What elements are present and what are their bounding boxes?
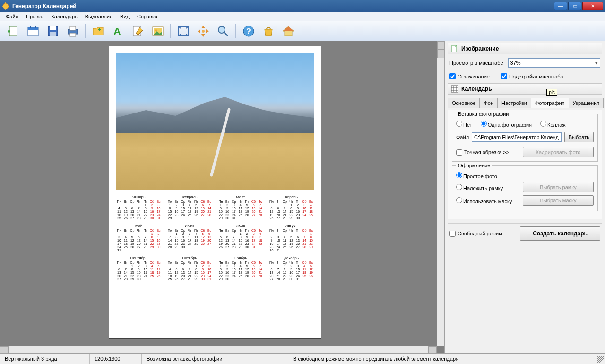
page-icon [451,45,458,52]
save-icon [46,25,60,38]
image-icon [151,25,164,38]
window-controls: — ▭ ✕ [554,2,603,10]
crop-button[interactable]: Кадрировать фото [523,147,594,157]
calendar-icon [26,25,40,38]
menu-help[interactable]: Справка [133,13,161,20]
svg-point-20 [155,29,157,31]
tab-background[interactable]: Фон [479,98,498,108]
free-mode-checkbox[interactable]: Свободный режим [449,231,502,237]
image-button[interactable] [148,23,167,40]
tab-decorations[interactable]: Украшения [569,98,604,108]
new-icon [7,25,20,38]
svg-rect-5 [9,26,17,36]
tab-settings[interactable]: Настройки [497,98,531,108]
svg-text:A: A [113,26,121,37]
style-group-title: Оформление [456,163,492,168]
radio-apply-frame[interactable]: Наложить рамку [456,184,503,191]
zoom-label: Просмотр в масштабе [449,60,503,66]
svg-line-24 [224,32,228,36]
text-icon: A [112,25,125,38]
calendar-section-header: Календарь [448,83,602,95]
pic-tooltip: pic [546,89,557,96]
menu-file[interactable]: Файл [2,13,22,20]
shop-button[interactable] [259,23,278,40]
edit-icon [131,25,145,38]
menu-bar: Файл Правка Календарь Выделение Вид Спра… [0,12,605,21]
style-group: Оформление Простое фото Наложить рамку В… [452,165,598,211]
calendar-photo [116,53,314,190]
title-bar: Генератор Календарей — ▭ ✕ [0,0,605,12]
file-path-input[interactable] [472,132,562,142]
menu-view[interactable]: Вид [116,13,133,20]
menu-selection[interactable]: Выделение [81,13,116,20]
status-size: 1200x1600 [90,354,142,364]
print-button[interactable] [63,23,82,40]
svg-rect-7 [28,27,38,30]
toolbar: A ? [0,21,605,41]
close-button[interactable]: ✕ [582,2,603,10]
svg-rect-12 [50,32,56,36]
svg-point-0 [3,3,9,9]
antialias-checkbox[interactable]: Сглаживание [449,73,490,79]
file-label: Файл [456,134,469,140]
choose-mask-button[interactable]: Выбрать маску [523,195,594,206]
status-free-hint: В свободном режиме можно передвигать люб… [288,354,605,364]
browse-button[interactable]: Выбрать [564,132,594,142]
calendar-grid: ЯнварьПнВтСрЧтПтСбВс12345678910111213141… [116,195,314,281]
calendar-tool-button[interactable] [24,23,43,40]
help-icon: ? [242,25,255,38]
canvas-area[interactable]: ЯнварьПнВтСрЧтПтСбВс12345678910111213141… [0,41,444,353]
insert-group-title: Вставка фотографии [456,111,511,117]
fit-icon [177,25,190,38]
tabs: Основное Фон Настройки Фотография Украше… [448,97,602,108]
calendar-preview[interactable]: ЯнварьПнВтСрЧтПтСбВс12345678910111213141… [109,46,321,339]
exact-crop-checkbox[interactable]: Точная обрезка >> [456,149,509,156]
menu-edit[interactable]: Правка [22,13,47,20]
horizontal-scrollbar[interactable] [0,346,437,353]
radio-none[interactable]: Нет [456,121,472,128]
resize-grip[interactable] [597,356,604,363]
radio-collage[interactable]: Коллаж [540,121,566,128]
side-panel: Изображение Просмотр в масштабе 37% Сгла… [444,41,605,353]
text-button[interactable]: A [109,23,128,40]
create-calendar-button[interactable]: Создать календарь [520,226,600,241]
zoom-icon [216,25,230,38]
radio-simple-photo[interactable]: Простое фото [456,172,497,179]
folder-button[interactable] [89,23,108,40]
save-button[interactable] [43,23,62,40]
svg-point-23 [218,26,225,33]
zoom-select[interactable]: 37% [508,58,600,68]
zoom-button[interactable] [214,23,233,40]
choose-frame-button[interactable]: Выбрать рамку [523,182,594,192]
tab-photo[interactable]: Фотография [531,98,569,108]
move-icon [197,25,210,38]
edit-button[interactable] [129,23,147,40]
svg-rect-15 [70,33,76,36]
help-button[interactable]: ? [239,23,258,40]
svg-rect-11 [50,26,56,30]
new-button[interactable] [4,23,23,40]
print-icon [66,25,79,38]
image-section-header: Изображение [448,43,602,54]
fit-scale-checkbox[interactable]: Подстройка масштаба [501,73,563,79]
main-area: ЯнварьПнВтСрЧтПтСбВс12345678910111213141… [0,41,605,353]
svg-rect-14 [70,26,76,30]
image-section-title: Изображение [461,45,499,52]
tab-main[interactable]: Основное [448,98,480,108]
vertical-scrollbar[interactable] [437,41,444,346]
app-title: Генератор Календарей [12,3,77,9]
menu-calendar[interactable]: Календарь [47,13,81,20]
svg-rect-28 [451,86,458,92]
minimize-button[interactable]: — [554,2,567,10]
radio-one-photo[interactable]: Одна фотография [481,121,532,128]
grid-icon [451,85,458,93]
maximize-button[interactable]: ▭ [568,2,581,10]
svg-point-22 [202,30,205,33]
radio-use-mask[interactable]: Использовать маску [456,197,512,204]
folder-icon [92,25,105,38]
app-icon [2,2,9,10]
move-button[interactable] [194,23,213,40]
fit-button[interactable] [174,23,193,40]
status-photo-hint: Возможна вставка фотографии [142,354,288,364]
home-button[interactable] [279,23,298,40]
